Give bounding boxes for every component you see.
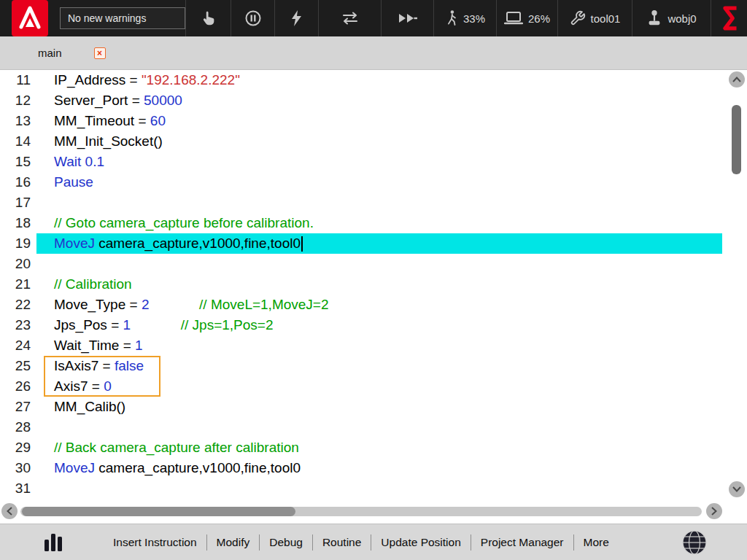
line-number: 17 xyxy=(0,195,36,211)
code-line-24[interactable]: 24Wait_Time = 1 xyxy=(0,335,747,356)
chevron-up-icon xyxy=(732,77,741,82)
code-line-16[interactable]: 16Pause xyxy=(0,172,747,192)
speed-value: 33% xyxy=(463,12,485,25)
code-text: MM_Calib() xyxy=(36,397,722,417)
code-line-27[interactable]: 27MM_Calib() xyxy=(0,397,747,417)
menu-insert-instruction[interactable]: Insert Instruction xyxy=(104,524,206,560)
laptop-icon xyxy=(504,11,523,26)
bottom-menu: Insert InstructionModifyDebugRoutineUpda… xyxy=(104,524,619,560)
line-number: 24 xyxy=(0,338,36,354)
horizontal-scroll-track[interactable] xyxy=(20,507,702,516)
tab-close-icon[interactable]: × xyxy=(94,47,106,59)
horizontal-scrollbar[interactable] xyxy=(0,499,747,524)
status-message-box[interactable]: No new warnings xyxy=(60,7,185,29)
code-line-13[interactable]: 13MM_Timeout = 60 xyxy=(0,111,747,131)
line-number: 26 xyxy=(0,378,36,394)
continuous-run-button[interactable] xyxy=(381,0,433,36)
code-line-31[interactable]: 31 xyxy=(0,478,747,499)
code-line-25[interactable]: 25IsAxis7 = false xyxy=(0,356,747,376)
code-line-12[interactable]: 12Server_Port = 50000 xyxy=(0,90,747,111)
code-line-22[interactable]: 22Move_Type = 2 // MoveL=1,MoveJ=2 xyxy=(0,295,747,315)
code-text: IP_Address = "192.168.2.222" xyxy=(36,70,722,90)
hand-jog-button[interactable] xyxy=(185,0,231,36)
walking-person-icon xyxy=(445,9,458,28)
code-text: MM_Init_Socket() xyxy=(36,131,722,152)
columns-icon-button[interactable] xyxy=(42,532,64,553)
horizontal-scroll-thumb[interactable] xyxy=(22,507,295,516)
code-line-19[interactable]: 19MoveJ camera_capture,v1000,fine,tool0 xyxy=(0,233,747,254)
menu-project-manager[interactable]: Project Manager xyxy=(471,524,573,560)
code-text: MoveJ camera_capture,v1000,fine,tool0 xyxy=(36,233,722,254)
menu-debug[interactable]: Debug xyxy=(260,524,312,560)
columns-icon xyxy=(42,532,64,553)
system-load-value: 26% xyxy=(528,12,550,25)
line-number: 23 xyxy=(0,317,36,333)
code-line-17[interactable]: 17 xyxy=(0,192,747,213)
code-line-30[interactable]: 30MoveJ camera_capture,v1000,fine,tool0 xyxy=(0,458,747,478)
code-text: Jps_Pos = 1 // Jps=1,Pos=2 xyxy=(36,315,722,335)
code-line-28[interactable]: 28 xyxy=(0,417,747,438)
vertical-scrollbar[interactable] xyxy=(727,71,746,497)
scroll-down-button[interactable] xyxy=(729,481,745,497)
code-text: MoveJ camera_capture,v1000,fine,tool0 xyxy=(36,458,722,478)
code-line-20[interactable]: 20 xyxy=(0,254,747,274)
wobj-selector[interactable]: wobj0 xyxy=(632,0,711,36)
tab-label: main xyxy=(38,47,62,59)
code-line-14[interactable]: 14MM_Init_Socket() xyxy=(0,131,747,152)
top-bar: No new warnings xyxy=(0,0,747,36)
line-number: 12 xyxy=(0,93,36,109)
scroll-right-button[interactable] xyxy=(706,503,722,519)
speed-indicator[interactable]: 33% xyxy=(433,0,496,36)
menu-more[interactable]: More xyxy=(574,524,619,560)
tool-selector[interactable]: tool01 xyxy=(557,0,632,36)
code-text: // Calibration xyxy=(36,274,722,295)
line-number: 11 xyxy=(0,72,36,88)
chevron-down-icon xyxy=(732,486,741,492)
text-caret xyxy=(301,236,303,252)
code-text: MM_Timeout = 60 xyxy=(36,111,722,131)
tab-main[interactable]: main × xyxy=(34,36,110,69)
tool-value: tool01 xyxy=(591,12,621,25)
vertical-scroll-thumb[interactable] xyxy=(732,105,741,174)
menu-modify[interactable]: Modify xyxy=(207,524,260,560)
line-number: 13 xyxy=(0,113,36,129)
loop-mode-button[interactable] xyxy=(318,0,381,36)
scroll-up-button[interactable] xyxy=(729,71,745,88)
brand-logo xyxy=(720,4,739,32)
globe-icon xyxy=(681,529,708,556)
code-line-15[interactable]: 15Wait 0.1 xyxy=(0,152,747,172)
code-line-21[interactable]: 21// Calibration xyxy=(0,274,747,295)
line-number: 16 xyxy=(0,174,36,190)
code-text xyxy=(36,478,722,499)
code-line-23[interactable]: 23Jps_Pos = 1 // Jps=1,Pos=2 xyxy=(0,315,747,335)
pause-button[interactable] xyxy=(231,0,274,36)
code-editor[interactable]: 11IP_Address = "192.168.2.222"12Server_P… xyxy=(0,70,747,499)
menu-update-position[interactable]: Update Position xyxy=(371,524,470,560)
status-message: No new warnings xyxy=(68,12,146,24)
bottom-bar: Insert InstructionModifyDebugRoutineUpda… xyxy=(0,524,747,560)
app-logo xyxy=(12,0,48,36)
code-line-18[interactable]: 18// Goto camera_capture before calibrat… xyxy=(0,213,747,233)
servo-power-button[interactable] xyxy=(274,0,318,36)
pause-circle-icon xyxy=(244,9,262,27)
code-line-29[interactable]: 29// Back camera_capture after calibrati… xyxy=(0,438,747,458)
chevron-right-icon xyxy=(711,507,717,516)
line-number: 28 xyxy=(0,419,36,435)
tab-bar: main × xyxy=(0,36,747,70)
system-load-indicator[interactable]: 26% xyxy=(496,0,557,36)
app-logo-button[interactable] xyxy=(0,0,60,36)
line-number: 31 xyxy=(0,481,36,497)
code-line-26[interactable]: 26Axis7 = 0 xyxy=(0,376,747,397)
code-text xyxy=(36,254,722,274)
code-line-11[interactable]: 11IP_Address = "192.168.2.222" xyxy=(0,70,747,90)
code-text: IsAxis7 = false xyxy=(36,356,722,376)
lightning-icon xyxy=(289,9,305,27)
chevron-left-icon xyxy=(7,507,12,516)
code-text: Move_Type = 2 // MoveL=1,MoveJ=2 xyxy=(36,295,722,315)
scroll-left-button[interactable] xyxy=(1,503,18,519)
code-text: Server_Port = 50000 xyxy=(36,90,722,111)
hand-icon xyxy=(201,9,217,27)
globe-button[interactable] xyxy=(681,529,708,556)
line-number: 25 xyxy=(0,358,36,374)
menu-routine[interactable]: Routine xyxy=(313,524,371,560)
